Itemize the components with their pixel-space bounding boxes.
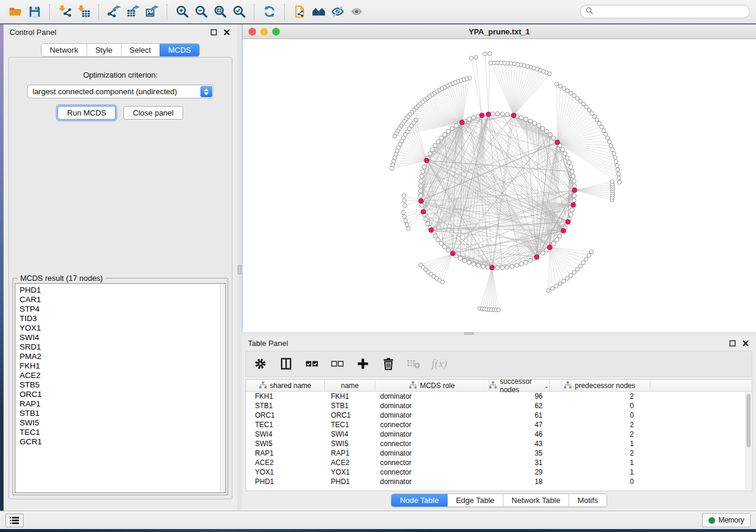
mcds-result-item[interactable]: SWI4 [20,333,225,342]
cell-successor-nodes[interactable]: 96 [489,392,550,400]
mcds-result-item[interactable]: GCR1 [20,437,225,447]
table-row-ACE2[interactable]: ACE2ACE2connector311 [246,458,752,467]
cell-shared-name[interactable]: STB1 [246,402,325,410]
close-table-panel-icon[interactable] [741,338,750,348]
mcds-result-item[interactable]: TID3 [20,314,225,323]
cell-shared-name[interactable]: ORC1 [246,411,325,419]
cell-shared-name[interactable]: FKH1 [246,392,325,400]
deselect-all-icon[interactable] [330,356,345,371]
cell-name[interactable]: RAP1 [325,449,375,457]
tab-network[interactable]: Network [42,44,87,56]
cell-predecessor-nodes[interactable]: 0 [550,402,650,410]
cell-successor-nodes[interactable]: 62 [489,402,550,410]
cell-MCDS-role[interactable]: dominator [375,392,489,400]
cell-MCDS-role[interactable]: dominator [375,430,489,438]
show-columns-icon[interactable] [279,356,294,371]
select-all-icon[interactable] [304,356,320,371]
mcds-result-item[interactable]: ORC1 [20,390,225,399]
mcds-result-item[interactable]: STB1 [20,409,225,418]
cell-successor-nodes[interactable]: 61 [489,411,550,419]
mcds-result-item[interactable]: SWI5 [20,418,225,428]
zoom-in-icon[interactable] [173,3,192,21]
cell-MCDS-role[interactable]: connector [375,440,489,448]
cell-name[interactable]: YOX1 [325,468,375,476]
settings-icon[interactable] [253,356,269,371]
mcds-result-list[interactable]: PHD1CAR1STP4TID3YOX1SWI4SRD1PMA2FKH1ACE2… [15,283,226,493]
mcds-result-item[interactable]: SRD1 [20,342,225,352]
mcds-result-item[interactable]: PHD1 [20,286,225,295]
mcds-result-item[interactable]: STB5 [20,380,225,390]
tab-node-table[interactable]: Node Table [391,493,448,507]
cell-name[interactable]: TEC1 [325,421,375,429]
mcds-result-item[interactable]: YOX1 [20,323,225,333]
cell-shared-name[interactable]: SWI5 [246,440,325,448]
tab-select[interactable]: Select [122,44,160,56]
cell-shared-name[interactable]: PHD1 [246,477,325,486]
cell-successor-nodes[interactable]: 29 [489,468,550,476]
mcds-result-item[interactable]: STP4 [20,305,225,314]
cell-name[interactable]: SWI5 [325,440,375,448]
import-network-icon[interactable] [55,3,74,21]
tab-network-table[interactable]: Network Table [503,494,569,507]
cell-shared-name[interactable]: YOX1 [246,468,325,476]
cell-name[interactable]: PHD1 [325,477,375,486]
vertical-splitter[interactable] [237,24,242,511]
table-row-ORC1[interactable]: ORC1ORC1dominator610 [246,411,752,420]
column-header-predecessor-nodes[interactable]: predecessor nodes [550,380,650,392]
table-row-SWI5[interactable]: SWI5SWI5connector431 [246,439,752,448]
cell-predecessor-nodes[interactable]: 2 [550,421,650,429]
mcds-result-item[interactable]: PMA2 [20,352,225,361]
column-header-shared-name[interactable]: shared name [246,380,325,392]
cell-successor-nodes[interactable]: 31 [489,459,550,467]
open-icon[interactable] [6,3,25,21]
cell-predecessor-nodes[interactable]: 2 [550,430,650,438]
network-graph-canvas[interactable] [243,39,755,331]
table-row-SWI4[interactable]: SWI4SWI4dominator462 [246,430,752,439]
network-window-titlebar[interactable]: YPA_prune.txt_1 [243,24,756,39]
cell-predecessor-nodes[interactable]: 1 [550,468,650,476]
table-scrollbar[interactable] [745,392,751,490]
table-row-TEC1[interactable]: TEC1TEC1connector472 [246,420,752,430]
column-header-MCDS-role[interactable]: MCDS role [375,380,489,392]
first-neighbors-icon[interactable] [309,3,328,21]
import-table-icon[interactable] [74,3,93,21]
table-row-STB1[interactable]: STB1STB1dominator620 [246,401,752,411]
export-table-icon[interactable] [123,3,142,21]
search-box[interactable] [580,5,750,18]
tab-edge-table[interactable]: Edge Table [448,494,503,507]
export-image-icon[interactable] [142,3,161,21]
tab-motifs[interactable]: Motifs [569,494,607,507]
hide-selected-icon[interactable] [328,3,347,21]
cell-predecessor-nodes[interactable]: 1 [550,459,650,467]
cell-MCDS-role[interactable]: dominator [375,402,489,410]
cell-predecessor-nodes[interactable]: 1 [550,440,650,448]
horizontal-splitter-handle[interactable] [464,332,474,335]
cell-successor-nodes[interactable]: 18 [489,477,550,486]
cell-MCDS-role[interactable]: connector [375,468,489,476]
zoom-selected-icon[interactable] [229,3,248,21]
cell-predecessor-nodes[interactable]: 2 [550,392,650,400]
column-header-successor-nodes[interactable]: successor nodes⌄ [489,380,550,392]
cell-MCDS-role[interactable]: dominator [375,411,489,419]
show-all-icon[interactable] [347,3,366,21]
cell-name[interactable]: SWI4 [325,430,375,438]
tab-mcds[interactable]: MCDS [160,43,200,57]
cell-successor-nodes[interactable]: 43 [489,440,550,448]
vertical-splitter-handle[interactable] [238,265,241,274]
cell-successor-nodes[interactable]: 46 [489,430,550,438]
cell-shared-name[interactable]: RAP1 [246,449,325,457]
zoom-out-icon[interactable] [192,3,210,21]
run-mcds-button[interactable]: Run MCDS [58,106,116,120]
cell-successor-nodes[interactable]: 35 [489,449,550,457]
mcds-result-item[interactable]: TEC1 [20,428,225,437]
table-row-FKH1[interactable]: FKH1FKH1dominator962 [246,392,752,401]
table-row-RAP1[interactable]: RAP1RAP1dominator352 [246,448,752,458]
column-header-name[interactable]: name [325,380,375,392]
add-column-icon[interactable] [355,356,371,371]
result-list-scrollbar[interactable] [220,284,225,492]
delete-column-icon[interactable] [381,356,396,371]
table-row-YOX1[interactable]: YOX1YOX1connector291 [246,467,752,477]
zoom-fit-icon[interactable] [210,3,229,21]
cell-predecessor-nodes[interactable]: 0 [550,477,650,486]
mcds-result-item[interactable]: FKH1 [20,361,225,371]
